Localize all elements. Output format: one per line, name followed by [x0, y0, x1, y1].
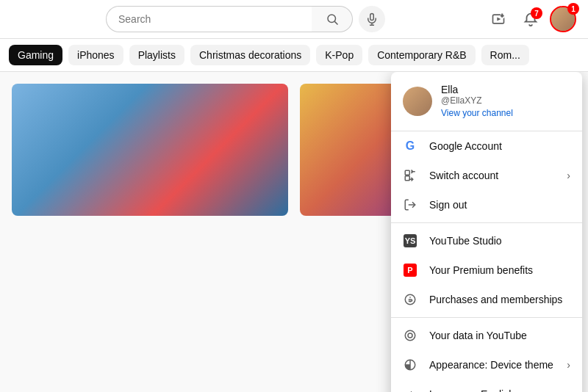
sign-out-label: Sign out	[429, 199, 570, 211]
step1-badge: 1	[567, 3, 579, 15]
dropdown-item-purchases[interactable]: Purchases and memberships	[391, 285, 582, 314]
divider-1	[391, 222, 582, 223]
dropdown-item-sign-out[interactable]: Sign out	[391, 190, 582, 219]
pill-iphones[interactable]: iPhones	[68, 45, 123, 65]
dropdown-item-switch-account[interactable]: Switch account ›	[391, 161, 582, 190]
dropdown-item-language[interactable]: A A Language: English ›	[391, 380, 582, 392]
appearance-label: Appearance: Device theme	[429, 359, 555, 371]
appearance-arrow: ›	[567, 359, 570, 371]
dropdown-username: Ella	[441, 84, 570, 95]
pill-romance[interactable]: Rom...	[481, 45, 529, 65]
view-channel-link[interactable]: View your channel	[441, 108, 513, 118]
mic-button[interactable]	[359, 6, 385, 32]
sign-out-icon	[403, 197, 417, 212]
switch-account-arrow: ›	[567, 170, 570, 181]
language-label: Language: English	[429, 388, 555, 392]
main-content: Ella @EllaXYZ View your channel G Google…	[0, 72, 588, 392]
svg-point-0	[328, 15, 336, 23]
dropdown-item-appearance[interactable]: Appearance: Device theme ›	[391, 350, 582, 380]
premium-label: Your Premium benefits	[429, 264, 570, 276]
notification-badge: 7	[531, 7, 542, 19]
svg-point-14	[408, 333, 412, 338]
dropdown-item-premium[interactable]: P Your Premium benefits	[391, 255, 582, 285]
your-data-label: Your data in YouTube	[429, 330, 570, 341]
video-thumbnail-1[interactable]	[12, 84, 288, 216]
google-account-label: Google Account	[429, 140, 570, 152]
switch-account-icon	[403, 168, 417, 183]
language-icon: A A	[403, 387, 417, 392]
dropdown-avatar	[403, 87, 432, 116]
pill-playlists[interactable]: Playlists	[129, 45, 184, 65]
your-data-icon	[403, 328, 417, 343]
svg-line-1	[334, 21, 337, 24]
svg-rect-10	[405, 176, 409, 181]
google-icon: G	[403, 139, 417, 153]
pills-navigation: Gaming iPhones Playlists Christmas decor…	[0, 39, 588, 72]
svg-point-13	[405, 330, 415, 341]
dropdown-item-youtube-studio[interactable]: YS YouTube Studio	[391, 226, 582, 255]
svg-rect-2	[370, 14, 374, 21]
pill-kpop[interactable]: K-Pop	[316, 45, 362, 65]
purchases-label: Purchases and memberships	[429, 294, 570, 305]
header-actions: + 7 1	[485, 6, 576, 32]
youtube-studio-icon: YS	[403, 233, 417, 248]
pill-christmas[interactable]: Christmas decorations	[190, 45, 310, 65]
dropdown-handle: @EllaXYZ	[441, 95, 570, 106]
purchases-icon	[403, 292, 417, 307]
youtube-studio-label: YouTube Studio	[429, 235, 570, 247]
notification-container: 7	[517, 6, 544, 32]
dropdown-item-your-data[interactable]: Your data in YouTube	[391, 321, 582, 350]
avatar-container: 1	[550, 6, 576, 32]
appearance-icon	[403, 357, 417, 372]
header: + 7 1	[0, 0, 588, 39]
switch-account-label: Switch account	[429, 170, 555, 181]
search-input[interactable]	[106, 6, 312, 32]
divider-2	[391, 317, 582, 318]
dropdown-profile: Ella @EllaXYZ View your channel	[391, 72, 582, 131]
dropdown-menu: Ella @EllaXYZ View your channel G Google…	[391, 72, 582, 392]
svg-text:+: +	[501, 13, 503, 18]
dropdown-item-google-account[interactable]: G Google Account	[391, 131, 582, 161]
language-arrow: ›	[567, 388, 570, 392]
pill-contemporary-rb[interactable]: Contemporary R&B	[368, 45, 475, 65]
premium-icon: P	[403, 263, 417, 277]
pill-gaming[interactable]: Gaming	[9, 45, 62, 65]
search-bar	[106, 6, 385, 32]
create-button[interactable]: +	[485, 6, 512, 32]
search-button[interactable]	[312, 6, 353, 32]
dropdown-user-info: Ella @EllaXYZ View your channel	[441, 84, 570, 119]
svg-rect-9	[405, 170, 409, 175]
